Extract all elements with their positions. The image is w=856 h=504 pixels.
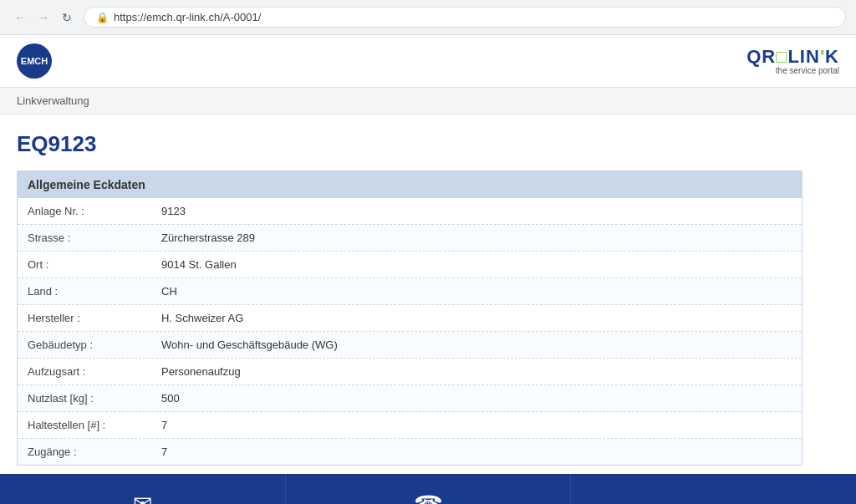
row-value: Personenaufzug xyxy=(151,359,802,384)
row-value: 500 xyxy=(151,385,802,411)
address-bar[interactable]: 🔒 https://emch.qr-link.ch/A-0001/ xyxy=(84,7,846,28)
row-label: Nutzlast [kg] : xyxy=(18,385,151,411)
row-value: H. Schweizer AG xyxy=(151,305,802,331)
row-label: Strasse : xyxy=(18,225,151,251)
telefon-icon: ☎ xyxy=(414,491,443,504)
row-label: Anlage Nr. : xyxy=(18,198,151,224)
row-label: Aufzugsart : xyxy=(18,359,151,384)
row-value: 9123 xyxy=(151,198,802,224)
table-row: Haltestellen [#] :7 xyxy=(18,412,802,439)
page-title: EQ9123 xyxy=(17,131,802,157)
row-label: Ort : xyxy=(18,252,151,277)
row-label: Gebäudetyp : xyxy=(18,332,151,358)
qr-link-brand: QR□LIN'K xyxy=(746,48,839,66)
row-value: Zürcherstrasse 289 xyxy=(151,225,802,251)
qr-link-tagline: the service portal xyxy=(776,66,839,75)
back-button[interactable]: ← xyxy=(10,8,30,28)
table-row: Land :CH xyxy=(18,278,802,305)
nav-buttons: ← → ↻ xyxy=(10,8,77,28)
main-content: EQ9123 Allgemeine Eckdaten Anlage Nr. :9… xyxy=(0,115,819,474)
table-row: Aufzugsart :Personenaufzug xyxy=(18,359,802,385)
table-row: Anlage Nr. :9123 xyxy=(18,198,802,225)
fehler-button[interactable]: ✉Fehler melden xyxy=(0,474,286,504)
table-row: Hersteller :H. Schweizer AG xyxy=(18,305,802,332)
chat-button[interactable]: Chat or Screen Share xyxy=(571,474,856,504)
table-body: Anlage Nr. :9123Strasse :Zürcherstrasse … xyxy=(18,198,802,465)
table-row: Ort :9014 St. Gallen xyxy=(18,252,802,278)
row-value: 7 xyxy=(151,439,802,465)
lock-icon: 🔒 xyxy=(96,12,109,23)
row-value: CH xyxy=(151,278,802,304)
action-buttons: ✉Fehler melden☎TelefonChat or Screen Sha… xyxy=(0,474,856,504)
table-header: Allgemeine Eckdaten xyxy=(18,171,802,198)
browser-chrome: ← → ↻ 🔒 https://emch.qr-link.ch/A-0001/ xyxy=(0,0,856,35)
qr-link-logo: QR□LIN'K the service portal xyxy=(746,48,839,75)
page-header: EMCH QR□LIN'K the service portal xyxy=(0,35,856,88)
reload-button[interactable]: ↻ xyxy=(57,8,77,28)
table-row: Nutzlast [kg] :500 xyxy=(18,385,802,412)
row-label: Haltestellen [#] : xyxy=(18,412,151,438)
emch-logo: EMCH xyxy=(17,43,52,79)
table-row: Strasse :Zürcherstrasse 289 xyxy=(18,225,802,252)
table-row: Gebäudetyp :Wohn- und Geschäftsgebäude (… xyxy=(18,332,802,359)
breadcrumb: Linkverwaltung xyxy=(0,88,856,115)
row-label: Zugänge : xyxy=(18,439,151,465)
forward-button[interactable]: → xyxy=(33,8,54,28)
info-table: Allgemeine Eckdaten Anlage Nr. :9123Stra… xyxy=(17,171,802,466)
table-row: Zugänge :7 xyxy=(18,439,802,465)
row-value: 9014 St. Gallen xyxy=(151,252,802,277)
row-value: 7 xyxy=(151,412,802,438)
row-label: Hersteller : xyxy=(18,305,151,331)
row-value: Wohn- und Geschäftsgebäude (WG) xyxy=(151,332,802,358)
fehler-icon: ✉ xyxy=(133,491,152,504)
telefon-button[interactable]: ☎Telefon xyxy=(286,474,572,504)
row-label: Land : xyxy=(18,278,151,304)
url-text: https://emch.qr-link.ch/A-0001/ xyxy=(114,11,261,23)
